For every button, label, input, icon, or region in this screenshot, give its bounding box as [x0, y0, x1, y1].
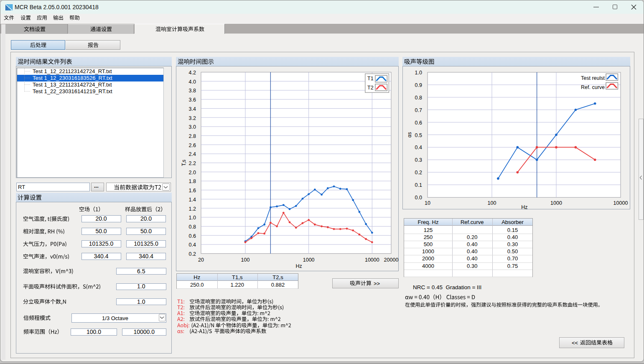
svg-text:1000: 1000 — [303, 257, 314, 263]
svg-text:0.6: 0.6 — [188, 233, 196, 239]
svg-text:3.2: 3.2 — [188, 115, 196, 121]
svg-text:Ref. curve: Ref. curve — [581, 84, 605, 90]
svg-text:3.8: 3.8 — [188, 88, 196, 94]
svg-text:2.0: 2.0 — [188, 170, 196, 176]
svg-text:Hz: Hz — [521, 204, 527, 209]
svg-text:0.2: 0.2 — [188, 251, 196, 257]
svg-text:0.8: 0.8 — [188, 224, 196, 230]
svg-text:2.2: 2.2 — [188, 160, 196, 166]
svg-text:20000: 20000 — [384, 257, 398, 263]
svg-text:0.4: 0.4 — [188, 242, 196, 248]
svg-text:T2: T2 — [367, 85, 374, 91]
svg-text:10000: 10000 — [364, 257, 379, 263]
svg-text:0.2: 0.2 — [415, 170, 422, 176]
svg-text:4.0: 4.0 — [188, 79, 196, 85]
svg-text:100: 100 — [488, 200, 496, 206]
svg-text:10000: 10000 — [613, 200, 628, 206]
svg-text:Hz: Hz — [295, 263, 302, 269]
svg-text:T1: T1 — [367, 76, 374, 81]
svg-text:3.4: 3.4 — [188, 106, 196, 112]
svg-text:3.0: 3.0 — [188, 124, 196, 130]
svg-text:1.8: 1.8 — [188, 178, 196, 184]
svg-text:0.1: 0.1 — [415, 182, 422, 188]
svg-text:0.9: 0.9 — [415, 82, 422, 88]
svg-text:1000: 1000 — [550, 200, 562, 206]
svg-text:2.4: 2.4 — [188, 151, 196, 157]
svg-text:10: 10 — [425, 200, 430, 206]
svg-text:1.0: 1.0 — [415, 70, 422, 76]
svg-text:1.6: 1.6 — [188, 188, 196, 193]
svg-text:2.8: 2.8 — [188, 133, 196, 139]
svg-text:3.6: 3.6 — [188, 97, 196, 103]
svg-text:20: 20 — [198, 257, 204, 263]
svg-text:0.7: 0.7 — [415, 107, 422, 113]
svg-text:0.6: 0.6 — [415, 120, 422, 126]
svg-text:0.8: 0.8 — [415, 95, 422, 101]
svg-text:Test reulst: Test reulst — [581, 75, 605, 81]
svg-text:αs: αs — [407, 132, 412, 137]
svg-text:0.5: 0.5 — [415, 132, 422, 138]
svg-text:2.6: 2.6 — [188, 143, 196, 148]
svg-text:1.0: 1.0 — [188, 215, 196, 221]
svg-text:T,s: T,s — [181, 160, 187, 166]
svg-text:100: 100 — [241, 257, 249, 263]
svg-text:1.2: 1.2 — [188, 206, 196, 212]
svg-text:0.0: 0.0 — [415, 195, 422, 201]
svg-text:1.4: 1.4 — [188, 197, 196, 203]
svg-text:0.3: 0.3 — [415, 157, 422, 163]
svg-text:4.2: 4.2 — [188, 70, 196, 76]
svg-text:0.4: 0.4 — [415, 145, 422, 150]
